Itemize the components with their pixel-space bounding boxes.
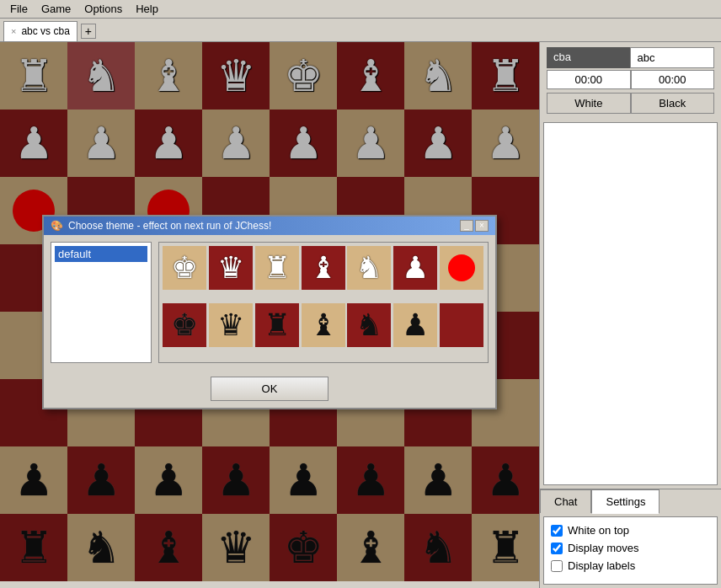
preview-black-pawn: ♟ [393, 303, 437, 347]
tab-title: abc vs cba [21, 25, 69, 37]
white-on-top-label: White on top [568, 524, 629, 537]
menu-bar: File Game Options Help [0, 0, 721, 19]
preview-black-rook: ♜ [255, 303, 299, 347]
white-timer: 00:00 [631, 70, 715, 89]
display-labels-label: Display labels [568, 559, 635, 572]
preview-black-king: ♚ [163, 303, 206, 347]
preview-white-knight: ♞ [347, 246, 391, 290]
preview-red-circle [440, 246, 483, 290]
display-moves-checkbox[interactable] [551, 543, 563, 554]
preview-white-queen: ♛ [209, 246, 253, 290]
display-moves-row: Display moves [551, 542, 710, 554]
modal-theme-list[interactable]: default [51, 242, 152, 363]
chat-tab[interactable]: Chat [540, 489, 591, 513]
theme-dialog: 🎨 Choose theme - effect on next run of J… [42, 215, 497, 409]
tab-add-button[interactable]: + [81, 24, 96, 39]
black-timer: 00:00 [547, 70, 631, 89]
timer-row: 00:00 00:00 [547, 70, 714, 89]
modal-title-left: 🎨 Choose theme - effect on next run of J… [51, 220, 271, 232]
main-tab[interactable]: × abc vs cba [3, 21, 77, 41]
ok-button[interactable]: OK [211, 377, 329, 401]
display-labels-checkbox[interactable] [551, 560, 563, 572]
tab-close-icon[interactable]: × [11, 26, 16, 36]
tab-bar: × abc vs cba + [0, 19, 721, 42]
moves-area [543, 122, 718, 485]
bottom-tabs: Chat Settings [540, 489, 721, 513]
white-label: White [547, 93, 631, 114]
preview-white-pawn: ♟ [393, 246, 437, 290]
wb-header: White Black [547, 93, 714, 114]
modal-theme-default[interactable]: default [55, 246, 147, 262]
display-moves-label: Display moves [568, 542, 639, 554]
menu-file[interactable]: File [3, 1, 35, 17]
white-on-top-row: White on top [551, 524, 710, 537]
preview-black-queen: ♛ [209, 303, 253, 347]
modal-close-button[interactable]: × [475, 220, 489, 232]
menu-help[interactable]: Help [129, 1, 165, 17]
settings-tab[interactable]: Settings [591, 489, 660, 514]
modal-overlay: 🎨 Choose theme - effect on next run of J… [0, 42, 539, 581]
chess-board-container: ♜ ♞ ♝ ♛ ♚ ♝ ♞ ♜ ♟ ♟ ♟ ♟ ♟ [0, 42, 539, 581]
white-player-name: abc [630, 47, 715, 68]
modal-controls: _ × [460, 220, 489, 232]
modal-pieces-preview: ♚ ♛ ♜ ♝ ♞ ♟ ♚ ♛ ♜ ♝ ♞ [158, 242, 489, 363]
white-on-top-checkbox[interactable] [551, 525, 563, 537]
preview-white-rook: ♜ [255, 246, 299, 290]
display-labels-row: Display labels [551, 559, 710, 572]
player-info: cba abc 00:00 00:00 White Black [540, 42, 721, 119]
modal-body: default ♚ ♛ ♜ ♝ ♞ ♟ ♚ [44, 235, 495, 370]
black-player-name: cba [547, 47, 630, 68]
preview-black-bishop: ♝ [302, 303, 345, 347]
modal-title-text: Choose theme - effect on next run of JCh… [68, 220, 271, 232]
main-content: ♜ ♞ ♝ ♛ ♚ ♝ ♞ ♜ ♟ ♟ ♟ ♟ ♟ [0, 42, 721, 588]
modal-icon: 🎨 [51, 220, 63, 232]
settings-panel: White on top Display moves Display label… [543, 516, 718, 585]
modal-minimize-button[interactable]: _ [460, 220, 473, 232]
preview-white-bishop: ♝ [302, 246, 345, 290]
player-name-row: cba abc [547, 47, 714, 68]
black-label: Black [631, 93, 715, 114]
preview-black-knight: ♞ [347, 303, 391, 347]
menu-game[interactable]: Game [35, 1, 77, 17]
modal-titlebar: 🎨 Choose theme - effect on next run of J… [44, 216, 495, 235]
menu-options[interactable]: Options [77, 1, 129, 17]
right-panel: cba abc 00:00 00:00 White Black Chat Set… [539, 42, 721, 588]
app-container: File Game Options Help × abc vs cba + ♜ … [0, 0, 721, 588]
preview-empty [440, 303, 483, 347]
preview-white-king: ♚ [163, 246, 206, 290]
modal-footer: OK [44, 370, 495, 408]
